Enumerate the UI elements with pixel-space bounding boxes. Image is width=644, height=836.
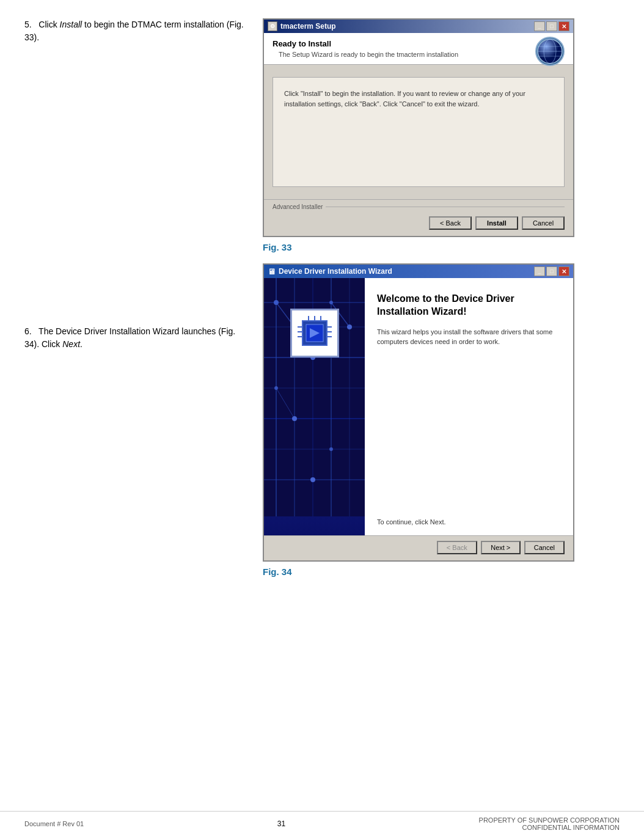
cancel-button[interactable]: Cancel [522,216,565,230]
page-footer: Document # Rev 01 31 PROPERTY OF SUNPOWE… [0,811,644,836]
maximize-button[interactable]: □ [546,21,557,31]
win-button-row: < Back Install Cancel [264,213,573,236]
svg-point-25 [329,447,333,451]
install-button[interactable]: Install [475,216,518,230]
device-driver-wizard-window: 🖥 Device Driver Installation Wizard _ □ … [263,263,574,562]
win-header-title: Ready to Install [273,39,565,48]
wizard-title-icon: 🖥 [268,267,276,276]
wizard-body: Welcome to the Device Driver Installatio… [264,278,573,535]
close-button[interactable]: ✕ [558,21,569,31]
footer-left: Document # Rev 01 [24,820,84,827]
wizard-minimize-button[interactable]: _ [534,266,545,276]
wizard-cancel-button[interactable]: Cancel [524,541,565,554]
footer-company: PROPERTY OF SUNPOWER CORPORATION [479,816,620,824]
fig34-label: Fig. 34 [263,566,620,577]
globe-icon [535,37,565,66]
wizard-title-text: Device Driver Installation Wizard [279,267,392,276]
wizard-content-panel: Welcome to the Device Driver Installatio… [365,278,573,535]
installer-label: Advanced Installer [273,204,323,210]
win-header: Ready to Install The Setup Wizard is rea… [264,33,573,65]
installer-divider [326,207,565,207]
step6-text: 6. The Device Driver Installation Wizard… [24,325,244,351]
wizard-spacer [377,359,561,482]
wizard-back-button[interactable]: < Back [437,541,477,554]
step5-text: 5. Click Install to begin the DTMAC term… [24,18,244,44]
wizard-close-button[interactable]: ✕ [558,266,569,276]
win-body: Click "Install" to begin the installatio… [264,70,573,199]
wizard-continue-text: To continue, click Next. [377,482,561,526]
fig33-label: Fig. 33 [263,242,620,252]
tmacterm-titlebar: ⚙ tmacterm Setup _ □ ✕ [264,20,573,33]
wizard-titlebar: 🖥 Device Driver Installation Wizard _ □ … [264,265,573,278]
wizard-artwork-panel [264,278,365,535]
install-instructions: Click "Install" to begin the installatio… [279,84,558,114]
minimize-button[interactable]: _ [534,21,545,31]
wizard-logo-box [290,309,339,358]
win-content-area: Click "Install" to begin the installatio… [273,77,565,187]
svg-point-26 [310,477,315,482]
tmacterm-setup-window: ⚙ tmacterm Setup _ □ ✕ Ready to Install … [263,18,574,237]
tmacterm-title: tmacterm Setup [280,22,336,31]
wizard-next-button[interactable]: Next > [481,541,521,554]
wizard-welcome-title: Welcome to the Device Driver Installatio… [377,293,561,318]
wizard-description: This wizard helps you install the softwa… [377,327,561,347]
back-button[interactable]: < Back [429,216,472,230]
footer-page-number: 31 [277,820,285,828]
wizard-maximize-button[interactable]: □ [546,266,557,276]
footer-right: PROPERTY OF SUNPOWER CORPORATION CONFIDE… [479,816,620,831]
installer-bar: Advanced Installer [264,199,573,213]
wizard-button-row: < Back Next > Cancel [264,535,573,560]
win-header-sub: The Setup Wizard is ready to begin the t… [279,51,565,58]
footer-confidential: CONFIDENTIAL INFORMATION [479,824,620,831]
window-icon: ⚙ [268,21,277,31]
